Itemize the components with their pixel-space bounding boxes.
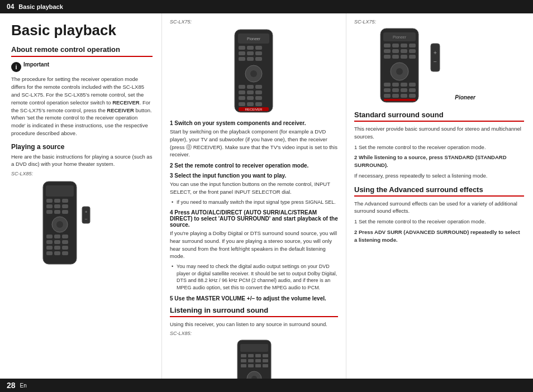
svg-rect-60 <box>255 354 261 357</box>
svg-rect-14 <box>54 235 60 238</box>
svg-rect-104 <box>401 88 407 92</box>
svg-rect-5 <box>46 204 53 208</box>
svg-text:−: − <box>434 59 437 65</box>
page-number: 28 <box>7 381 16 390</box>
sc-lx75-label-right: SC-LX75: <box>354 19 524 25</box>
svg-rect-103 <box>392 88 399 92</box>
listening-section-heading: Listening in surround sound <box>170 306 338 317</box>
remote-illustration-lx75: Pioneer <box>170 27 338 116</box>
svg-rect-2 <box>46 199 53 203</box>
svg-rect-110 <box>384 99 416 101</box>
advanced-step1: 1 Set the remote control to the receiver… <box>354 218 524 226</box>
standard-step1: 1 Set the remote control to the receiver… <box>354 144 524 151</box>
svg-rect-64 <box>255 359 261 362</box>
svg-point-97 <box>396 68 403 75</box>
svg-rect-47 <box>255 90 262 94</box>
svg-rect-93 <box>392 55 399 59</box>
svg-rect-48 <box>239 96 245 100</box>
svg-rect-18 <box>62 240 68 244</box>
svg-rect-95 <box>409 55 416 59</box>
remote-control-note: The procedure for setting the receiver o… <box>11 75 153 137</box>
svg-rect-4 <box>62 199 68 203</box>
svg-rect-91 <box>409 49 416 53</box>
svg-rect-53 <box>255 102 262 106</box>
svg-rect-108 <box>401 94 407 98</box>
playing-source-heading: Playing a source <box>11 143 153 151</box>
important-icon: i <box>11 62 21 72</box>
standard-surround-heading: Standard surround sound <box>354 111 524 122</box>
svg-rect-22 <box>46 251 53 255</box>
svg-text:+: + <box>84 209 87 214</box>
advanced-step2: 2 Press ADV SURR (ADVANCED SURROUND) rep… <box>354 228 524 244</box>
step3-body: You can use the input function buttons o… <box>170 180 338 196</box>
svg-rect-107 <box>392 94 399 98</box>
playing-source-body: Here are the basic instructions for play… <box>11 153 153 169</box>
svg-rect-106 <box>384 94 391 98</box>
svg-rect-39 <box>255 57 262 61</box>
remote-svg-lx75: Pioneer <box>223 27 285 116</box>
right-column: SC-LX75: Pioneer <box>346 13 533 379</box>
svg-rect-69 <box>263 364 268 367</box>
svg-rect-13 <box>46 235 53 238</box>
standard-body2: If necessary, press repeatedly to select… <box>354 172 524 180</box>
svg-rect-62 <box>241 359 246 362</box>
svg-rect-92 <box>384 55 391 59</box>
svg-rect-65 <box>263 359 268 362</box>
language-label: En <box>20 383 27 389</box>
svg-rect-86 <box>401 44 407 47</box>
step5-heading: 5 Use the MASTER VOLUME +/– to adjust th… <box>170 295 338 302</box>
svg-rect-42 <box>239 85 245 89</box>
svg-rect-59 <box>248 354 254 357</box>
step3-bullet: If you need to manually switch the input… <box>170 199 338 206</box>
svg-point-41 <box>250 70 257 77</box>
step4-bullet1: You may need to check the digital audio … <box>170 263 338 291</box>
svg-rect-66 <box>241 364 246 367</box>
svg-rect-7 <box>62 204 68 208</box>
step4-heading: 4 Press AUTO/ALC/DIRECT (AUTO SURR/ALC/S… <box>170 209 338 228</box>
svg-rect-63 <box>248 359 254 362</box>
svg-text:+: + <box>434 50 437 56</box>
remote-illustration-lx85: + – <box>11 179 153 268</box>
top-bar: 04 Basic playback <box>0 0 533 13</box>
svg-rect-68 <box>255 364 261 367</box>
svg-rect-52 <box>247 102 254 106</box>
svg-rect-51 <box>239 102 245 106</box>
sc-lx85-listening-label: SC-LX85: <box>170 331 338 336</box>
svg-rect-87 <box>409 44 416 47</box>
svg-rect-94 <box>401 55 407 59</box>
advanced-surround-heading: Using the Advanced surround effects <box>354 185 524 197</box>
svg-rect-84 <box>384 44 391 47</box>
middle-column: SC-LX75: Pioneer <box>162 13 346 379</box>
svg-text:RECEIVER: RECEIVER <box>245 108 262 111</box>
svg-rect-37 <box>239 57 245 61</box>
svg-rect-10 <box>62 210 68 214</box>
section-about-remote-heading: About remote control operation <box>11 45 153 58</box>
svg-rect-20 <box>54 246 60 250</box>
svg-rect-98 <box>384 83 391 87</box>
svg-rect-102 <box>384 88 391 92</box>
svg-rect-67 <box>248 364 254 367</box>
svg-rect-8 <box>46 210 53 214</box>
page-title: Basic playback <box>11 22 153 39</box>
svg-rect-23 <box>54 251 60 255</box>
svg-rect-17 <box>54 240 60 244</box>
svg-rect-45 <box>239 90 245 94</box>
svg-rect-99 <box>392 83 399 87</box>
advanced-surround-body: The Advanced surround effects can be use… <box>354 200 524 216</box>
svg-rect-89 <box>392 49 399 53</box>
step1-body: Start by switching on the playback compo… <box>170 128 338 159</box>
remote-svg-lx85: + – <box>26 179 138 268</box>
listening-body: Using this receiver, you can listen to a… <box>170 321 338 328</box>
important-block: i Important <box>11 61 153 72</box>
svg-rect-109 <box>409 94 416 98</box>
svg-point-12 <box>56 221 63 228</box>
svg-rect-24 <box>62 251 68 255</box>
chapter-title: Basic playback <box>18 3 63 10</box>
step2-heading: 2 Set the remote control to receiver ope… <box>170 162 338 169</box>
svg-rect-9 <box>54 210 60 214</box>
svg-rect-105 <box>409 88 416 92</box>
step1-heading: 1 Switch on your system components and r… <box>170 120 338 126</box>
svg-rect-49 <box>247 96 254 100</box>
left-column: Basic playback About remote control oper… <box>0 13 162 379</box>
svg-rect-19 <box>46 246 53 250</box>
